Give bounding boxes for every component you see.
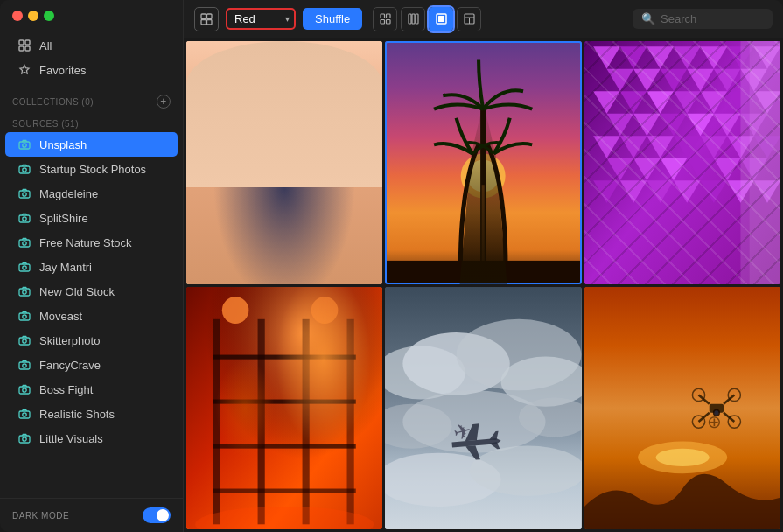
photo-cell-6[interactable] bbox=[584, 287, 780, 530]
svg-point-5 bbox=[23, 144, 26, 147]
svg-rect-58 bbox=[584, 41, 780, 284]
svg-marker-104 bbox=[753, 180, 780, 202]
svg-rect-38 bbox=[409, 14, 411, 24]
svg-rect-33 bbox=[207, 19, 213, 24]
svg-marker-74 bbox=[647, 91, 674, 113]
sidebar-item-unsplash[interactable]: Unsplash bbox=[5, 132, 178, 157]
svg-point-19 bbox=[23, 315, 26, 318]
svg-marker-72 bbox=[593, 91, 620, 113]
photo-cell-3[interactable] bbox=[584, 41, 780, 284]
sidebar-item-free-nature-label: Free Nature Stock bbox=[39, 236, 132, 249]
svg-marker-67 bbox=[633, 69, 661, 91]
svg-point-117 bbox=[222, 297, 249, 324]
svg-rect-46 bbox=[186, 41, 382, 284]
svg-point-49 bbox=[266, 118, 276, 127]
svg-rect-113 bbox=[213, 354, 356, 359]
view-btn-layout[interactable] bbox=[457, 7, 481, 32]
svg-point-7 bbox=[23, 168, 26, 172]
layout-icon-button[interactable] bbox=[194, 7, 219, 32]
svg-point-23 bbox=[23, 364, 26, 368]
camera-icon-free-nature bbox=[17, 235, 31, 249]
sidebar-item-realistic-shots[interactable]: Realistic Shots bbox=[5, 402, 178, 426]
svg-point-142 bbox=[712, 409, 719, 416]
maximize-button[interactable] bbox=[44, 10, 54, 21]
svg-point-9 bbox=[23, 192, 26, 196]
svg-point-27 bbox=[23, 413, 26, 416]
svg-rect-52 bbox=[385, 41, 581, 284]
close-button[interactable] bbox=[12, 10, 23, 21]
photo-cell-1[interactable] bbox=[186, 41, 382, 284]
sidebar-item-moveast[interactable]: Moveast bbox=[5, 304, 178, 328]
svg-rect-42 bbox=[438, 16, 444, 22]
minimize-button[interactable] bbox=[28, 10, 38, 21]
svg-marker-85 bbox=[593, 136, 620, 158]
svg-marker-73 bbox=[619, 91, 647, 113]
svg-rect-109 bbox=[213, 318, 220, 524]
svg-rect-30 bbox=[201, 14, 206, 19]
svg-marker-94 bbox=[660, 158, 687, 180]
photo-cell-2[interactable] bbox=[385, 41, 581, 284]
camera-icon-realistic-shots bbox=[17, 407, 31, 421]
svg-rect-51 bbox=[273, 167, 297, 194]
camera-icon-jay-mantri bbox=[17, 260, 31, 274]
svg-point-48 bbox=[248, 84, 320, 170]
sidebar-item-startup-stock[interactable]: Startup Stock Photos bbox=[5, 157, 178, 181]
window-controls bbox=[0, 0, 183, 30]
svg-marker-63 bbox=[700, 46, 727, 68]
svg-point-47 bbox=[235, 41, 333, 154]
svg-marker-59 bbox=[593, 46, 620, 68]
add-collection-button[interactable]: + bbox=[157, 94, 171, 108]
sidebar-item-fancycrave[interactable]: FancyCrave bbox=[5, 353, 178, 377]
camera-icon-splitshire bbox=[17, 211, 31, 225]
sidebar-item-skitterphoto[interactable]: Skitterphoto bbox=[5, 328, 178, 353]
svg-marker-71 bbox=[740, 69, 767, 91]
svg-marker-101 bbox=[674, 180, 701, 202]
svg-rect-108 bbox=[186, 287, 382, 530]
sidebar-item-favorites[interactable]: Favorites bbox=[5, 58, 178, 82]
svg-rect-56 bbox=[385, 261, 581, 284]
camera-icon-startup bbox=[17, 162, 31, 176]
svg-rect-31 bbox=[207, 14, 213, 19]
svg-marker-95 bbox=[687, 158, 714, 180]
shuffle-button[interactable]: Shuffle bbox=[303, 8, 362, 30]
sidebar-item-boss-fight[interactable]: Boss Fight bbox=[5, 377, 178, 402]
camera-icon-little-visuals bbox=[17, 431, 31, 445]
sidebar-item-skitterphoto-label: Skitterphoto bbox=[39, 334, 100, 347]
svg-marker-61 bbox=[647, 46, 674, 68]
svg-rect-133 bbox=[709, 403, 723, 412]
camera-icon-magdeleine bbox=[17, 186, 31, 200]
sidebar-item-new-old-stock[interactable]: New Old Stock bbox=[5, 279, 178, 304]
sidebar-item-free-nature[interactable]: Free Nature Stock bbox=[5, 230, 178, 255]
photo-cell-5[interactable] bbox=[385, 287, 581, 530]
dark-mode-toggle[interactable] bbox=[143, 508, 171, 523]
svg-marker-65 bbox=[753, 46, 780, 68]
star-icon bbox=[17, 63, 31, 77]
sidebar-item-splitshire[interactable]: SplitShire bbox=[5, 206, 178, 230]
camera-icon-boss-fight bbox=[17, 382, 31, 396]
sidebar-item-favorites-label: Favorites bbox=[39, 64, 86, 77]
view-btn-grid2[interactable] bbox=[373, 7, 397, 32]
svg-point-143 bbox=[714, 410, 718, 415]
search-input[interactable] bbox=[661, 12, 757, 25]
svg-marker-100 bbox=[647, 180, 674, 202]
photo-cell-4[interactable] bbox=[186, 287, 382, 530]
sidebar-item-magdeleine[interactable]: Magdeleine bbox=[5, 181, 178, 206]
svg-marker-89 bbox=[700, 136, 727, 158]
view-btn-single[interactable] bbox=[429, 7, 453, 32]
camera-icon-skitterphoto bbox=[17, 333, 31, 347]
svg-rect-40 bbox=[416, 14, 418, 24]
sidebar-item-all[interactable]: All bbox=[5, 33, 178, 58]
svg-marker-62 bbox=[674, 46, 701, 68]
sources-header: SOURCES (51) bbox=[0, 112, 183, 132]
camera-icon-new-old-stock bbox=[17, 284, 31, 298]
sidebar-item-jay-mantri[interactable]: Jay Mantri bbox=[5, 255, 178, 279]
filter-select[interactable]: Red All Green Blue Yellow Purple Orange bbox=[226, 8, 296, 30]
view-btn-grid3[interactable] bbox=[401, 7, 425, 32]
svg-rect-105 bbox=[740, 41, 780, 284]
dark-mode-label: DARK MODE bbox=[12, 511, 69, 521]
svg-marker-99 bbox=[619, 180, 647, 202]
sidebar-item-little-visuals[interactable]: Little Visuals bbox=[5, 426, 178, 451]
svg-point-21 bbox=[23, 340, 26, 343]
svg-marker-68 bbox=[660, 69, 687, 91]
sidebar-item-boss-fight-label: Boss Fight bbox=[39, 383, 93, 396]
